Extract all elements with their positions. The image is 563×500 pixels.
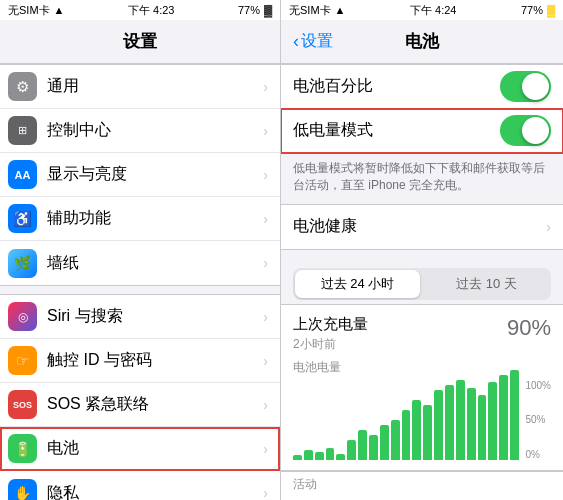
wallpaper-label: 墙纸	[47, 253, 263, 274]
settings-item-wallpaper[interactable]: 🌿 墙纸 ›	[0, 241, 280, 285]
charge-section: 上次充电量 2小时前 90% 电池电量 100% 50% 0%	[281, 304, 563, 471]
battery-health-group: 电池健康 ›	[281, 204, 563, 250]
battery-percent-group: 电池百分比 低电量模式	[281, 64, 563, 154]
right-carrier: 无SIM卡	[289, 3, 331, 18]
battery-bar-20	[510, 370, 519, 460]
wallpaper-chevron: ›	[263, 255, 268, 271]
time-filter-10d[interactable]: 过去 10 天	[424, 270, 549, 298]
battery-bar-12	[423, 405, 432, 460]
left-time: 下午 4:23	[128, 3, 174, 18]
battery-bar-0	[293, 455, 302, 460]
right-status-left: 无SIM卡 ▲	[289, 3, 345, 18]
battery-chevron: ›	[263, 441, 268, 457]
chart-y-labels: 100% 50% 0%	[525, 380, 551, 460]
battery-percent-toggle-knob	[522, 73, 549, 100]
battery-icon: 🔋	[8, 434, 37, 463]
battery-bar-8	[380, 425, 389, 460]
battery-bar-19	[499, 375, 508, 460]
display-chevron: ›	[263, 167, 268, 183]
settings-item-sos[interactable]: SOS SOS 紧急联络 ›	[0, 383, 280, 427]
right-battery-percent: 77%	[521, 4, 543, 16]
spacer-1	[281, 250, 563, 258]
battery-bar-1	[304, 450, 313, 460]
right-battery-icon: ▓	[547, 4, 555, 16]
battery-bar-2	[315, 452, 324, 460]
activity-chart	[293, 495, 551, 500]
battery-settings-group: 电池百分比 低电量模式 低电量模式将暂时降低如下下载和邮件获取等后台活动，直至 …	[281, 64, 563, 204]
general-icon: ⚙	[8, 72, 37, 101]
left-status-bar: 无SIM卡 ▲ 下午 4:23 77% ▓	[0, 0, 280, 20]
right-nav-header: ‹ 设置 电池	[281, 20, 563, 64]
battery-bar-14	[445, 385, 454, 460]
chart-y-0: 0%	[525, 449, 551, 460]
accessibility-icon: ♿	[8, 204, 37, 233]
low-power-note: 低电量模式将暂时降低如下下载和邮件获取等后台活动，直至 iPhone 完全充电。	[281, 154, 563, 204]
settings-item-accessibility[interactable]: ♿ 辅助功能 ›	[0, 197, 280, 241]
siri-chevron: ›	[263, 309, 268, 325]
battery-bar-17	[478, 395, 487, 460]
siri-icon: ◎	[8, 302, 37, 331]
settings-item-controlcenter[interactable]: ⊞ 控制中心 ›	[0, 109, 280, 153]
chart-y-100: 100%	[525, 380, 551, 391]
battery-bar-3	[326, 448, 335, 460]
touchid-chevron: ›	[263, 353, 268, 369]
settings-item-siri[interactable]: ◎ Siri 与搜索 ›	[0, 295, 280, 339]
chart-y-50: 50%	[525, 414, 551, 425]
settings-item-battery[interactable]: 🔋 电池 ›	[0, 427, 280, 471]
charge-title: 上次充电量	[293, 315, 368, 334]
battery-bar-10	[402, 410, 411, 460]
right-time: 下午 4:24	[410, 3, 456, 18]
battery-percent-toggle[interactable]	[500, 71, 551, 102]
battery-percent-label: 电池百分比	[293, 76, 500, 97]
settings-item-display[interactable]: AA 显示与亮度 ›	[0, 153, 280, 197]
charge-percent: 90%	[507, 315, 551, 341]
battery-bar-11	[412, 400, 421, 460]
battery-health-row[interactable]: 电池健康 ›	[281, 205, 563, 249]
right-content: 电池百分比 低电量模式 低电量模式将暂时降低如下下载和邮件获取等后台活动，直至 …	[281, 64, 563, 500]
settings-item-touchid[interactable]: ☞ 触控 ID 与密码 ›	[0, 339, 280, 383]
left-wifi-icon: ▲	[54, 4, 65, 16]
low-power-toggle[interactable]	[500, 115, 551, 146]
time-filter-24h[interactable]: 过去 24 小时	[295, 270, 420, 298]
sos-chevron: ›	[263, 397, 268, 413]
touchid-label: 触控 ID 与密码	[47, 350, 263, 371]
settings-group-2: ◎ Siri 与搜索 › ☞ 触控 ID 与密码 › SOS SOS 紧急联络 …	[0, 294, 280, 500]
back-chevron-icon: ‹	[293, 31, 299, 52]
sos-icon: SOS	[8, 390, 37, 419]
controlcenter-icon: ⊞	[8, 116, 37, 145]
touchid-icon: ☞	[8, 346, 37, 375]
battery-bar-4	[336, 454, 345, 460]
controlcenter-label: 控制中心	[47, 120, 263, 141]
accessibility-chevron: ›	[263, 211, 268, 227]
activity-label: 活动	[281, 472, 563, 493]
right-status-bar: 无SIM卡 ▲ 下午 4:24 77% ▓	[281, 0, 563, 20]
left-nav-title: 设置	[123, 30, 157, 53]
right-status-right: 77% ▓	[521, 4, 555, 16]
time-filter: 过去 24 小时 过去 10 天	[293, 268, 551, 300]
low-power-row: 低电量模式	[281, 109, 563, 153]
charge-sub: 2小时前	[293, 336, 368, 353]
battery-bar-7	[369, 435, 378, 460]
low-power-toggle-knob	[522, 117, 549, 144]
settings-item-privacy[interactable]: ✋ 隐私 ›	[0, 471, 280, 500]
back-label: 设置	[301, 31, 333, 52]
battery-bar-18	[488, 382, 497, 460]
display-label: 显示与亮度	[47, 164, 263, 185]
siri-label: Siri 与搜索	[47, 306, 263, 327]
settings-group-1: ⚙ 通用 › ⊞ 控制中心 › AA 显示与亮度 ›	[0, 64, 280, 286]
left-battery-icon: ▓	[264, 4, 272, 16]
left-status-right: 77% ▓	[238, 4, 272, 16]
battery-chart	[293, 380, 519, 460]
left-carrier: 无SIM卡	[8, 3, 50, 18]
settings-item-general[interactable]: ⚙ 通用 ›	[0, 65, 280, 109]
right-nav-title: 电池	[405, 30, 439, 53]
battery-bar-16	[467, 388, 476, 460]
controlcenter-chevron: ›	[263, 123, 268, 139]
back-button[interactable]: ‹ 设置	[293, 31, 333, 52]
display-icon: AA	[8, 160, 37, 189]
privacy-chevron: ›	[263, 485, 268, 500]
general-chevron: ›	[263, 79, 268, 95]
battery-bar-13	[434, 390, 443, 460]
activity-section: 活动 60分钟 30分钟	[281, 471, 563, 500]
privacy-label: 隐私	[47, 483, 263, 501]
